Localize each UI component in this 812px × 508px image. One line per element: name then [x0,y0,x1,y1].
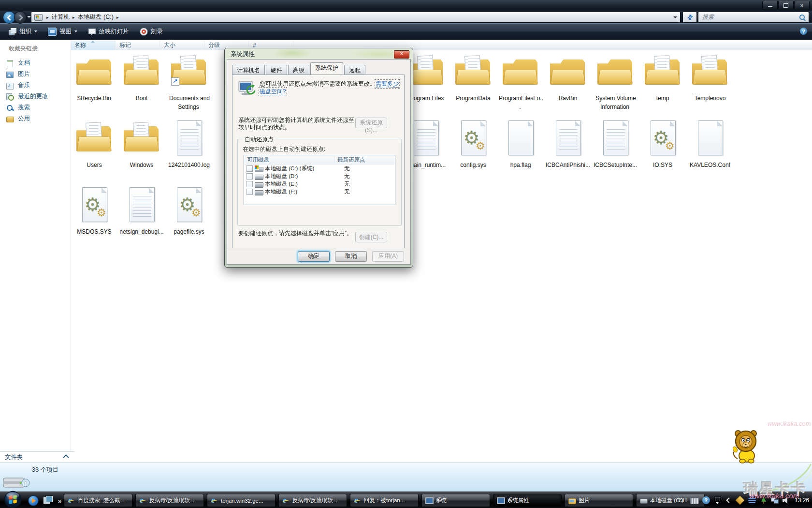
search-input[interactable]: 搜索 [698,12,809,23]
file-item[interactable]: pagefile.sys [165,183,213,248]
disk-checkbox[interactable] [246,165,253,172]
sidebar-item[interactable]: 音乐 [0,80,71,91]
help-icon[interactable]: ? [800,28,807,35]
file-icon [639,117,686,160]
folder-icon [71,50,118,93]
file-item[interactable]: MSDOS.SYS [71,183,118,248]
sidebar-item[interactable]: 搜索 [0,102,71,113]
column-header[interactable]: 名称 [71,41,116,50]
file-item[interactable]: Documents and Settings [165,50,213,115]
refresh-button[interactable]: ⇄ [682,12,697,23]
dialog-tab[interactable]: 远程 [344,65,365,75]
quick-launch-overflow[interactable]: » [58,497,61,505]
file-item[interactable]: System Volume Information [592,50,639,115]
column-header[interactable]: 标记 [116,41,160,50]
dialog-tab[interactable]: 系统保护 [310,62,343,75]
chevron-left-icon[interactable] [725,496,732,504]
taskbar-button[interactable]: 回复：被torjan... [350,494,419,507]
disk-checkbox[interactable] [246,189,253,195]
file-item[interactable]: Users [71,117,118,181]
file-icon [450,117,497,160]
sidebar-item-label: 文档 [18,59,30,67]
file-item[interactable]: $Recycle.Bin [71,50,118,115]
ie-icon [67,497,75,505]
toolbar-button[interactable]: 视图 [43,26,82,37]
available-disks-list[interactable]: 可用磁盘 最新还原点 本地磁盘 (C:) (系统)无本地磁盘 (D:)无本地磁盘… [244,155,395,205]
file-item[interactable]: RavBin [544,50,592,115]
taskbar-button[interactable]: 图片 [565,494,633,507]
file-item[interactable]: ProgramData [450,50,497,115]
file-name: MSDOS.SYS [76,228,112,235]
computer-icon [496,497,505,505]
file-item[interactable]: KAVLEOS.Conf [686,117,734,181]
taskbar-button[interactable]: 系统属性 [493,494,562,507]
sidebar-item[interactable]: 最近的更改 [0,91,71,102]
file-item[interactable]: ICBCAntiPhishi... [544,117,592,181]
taskbar-button[interactable]: 系统 [421,494,490,507]
toolbar-button[interactable]: 组织 [4,26,42,37]
file-item[interactable]: Boot [118,50,165,115]
close-icon[interactable]: × [394,50,409,59]
system-restore-button[interactable]: 系统还原(S)... [355,118,387,128]
file-name: KAVLEOS.Conf [689,162,731,168]
file-name: ProgramData [455,95,491,102]
file-item[interactable]: ICBCSetupInte... [592,117,639,181]
help-icon[interactable]: ? [702,496,710,504]
apply-button[interactable]: 应用(A) [372,251,404,262]
toolbar-button[interactable]: 放映幻灯片 [83,26,134,37]
file-item[interactable]: IO.SYS [639,117,686,181]
disk-row[interactable]: 本地磁盘 (E:)无 [244,180,395,188]
taskbar-button[interactable]: torjan.win32.ge... [207,494,276,507]
file-item[interactable]: config.sys [450,117,497,181]
sidebar-item[interactable]: 图片 [0,69,71,80]
file-item[interactable]: ProgramFilesFo... [497,50,544,115]
file-item[interactable]: netsign_debugi... [118,183,165,248]
history-dropdown-icon[interactable] [27,16,31,18]
dialog-footer: 确定 取消 应用(A) [227,248,410,264]
file-item[interactable]: Templenovo [686,50,734,115]
disk-checkbox[interactable] [246,181,253,187]
toolbar-button[interactable]: 刻录 [135,26,168,37]
create-button[interactable]: 创建(C)... [355,232,387,242]
disk-row[interactable]: 本地磁盘 (C:) (系统)无 [244,164,395,172]
minimize-button[interactable] [762,1,778,10]
close-button[interactable]: × [794,1,810,10]
file-name: hpa.flag [509,162,532,168]
start-button[interactable] [4,491,22,508]
ok-button[interactable]: 确定 [298,251,330,262]
restore-button[interactable] [778,1,794,10]
address-bar[interactable]: ▸计算机▸本地磁盘 (C:)▸ [31,12,681,23]
file-item[interactable]: hpa.flag [497,117,544,181]
dialog-tab[interactable]: 计算机名 [232,65,265,75]
breadcrumb-item[interactable]: 计算机 [52,13,70,21]
sidebar-item[interactable]: 公用 [0,113,71,124]
disk-row[interactable]: 本地磁盘 (F:)无 [244,188,395,195]
folder-icon [165,50,213,93]
disk-row[interactable]: 本地磁盘 (D:)无 [244,172,395,180]
rising-kaka-lion-mascot[interactable] [730,428,760,465]
slideshow-icon [88,28,96,35]
taskbar-button[interactable]: 百度搜索_怎么截... [64,494,132,507]
taskbar-button[interactable]: 反病毒/反流氓软... [135,494,204,507]
file-item[interactable]: Windows [118,117,165,181]
file-name: 1242101400.log [167,162,211,168]
file-item[interactable]: temp [639,50,686,115]
column-header[interactable]: 大小 [160,41,204,50]
keyboard-icon[interactable] [690,498,699,504]
address-dropdown-icon[interactable] [673,16,677,18]
file-item[interactable]: 1242101400.log [165,117,213,181]
window-arrow-icon[interactable] [713,496,721,504]
forward-button[interactable] [14,11,27,24]
media-player-icon[interactable] [28,495,39,506]
dialog-tab[interactable]: 硬件 [266,65,287,75]
cancel-button[interactable]: 取消 [335,251,367,262]
folders-band[interactable]: 文件夹 [0,451,75,463]
disk-label: 本地磁盘 (E:) [265,180,338,188]
dialog-tab[interactable]: 高级 [288,65,309,75]
disk-checkbox[interactable] [246,173,253,179]
breadcrumb-item[interactable]: 本地磁盘 (C:) [78,13,114,21]
input-language-indicator[interactable]: CH [679,497,687,504]
switch-windows-icon[interactable] [43,495,53,505]
taskbar-button[interactable]: 反病毒/反流氓软... [278,494,347,507]
sidebar-item[interactable]: 文档 [0,58,71,69]
